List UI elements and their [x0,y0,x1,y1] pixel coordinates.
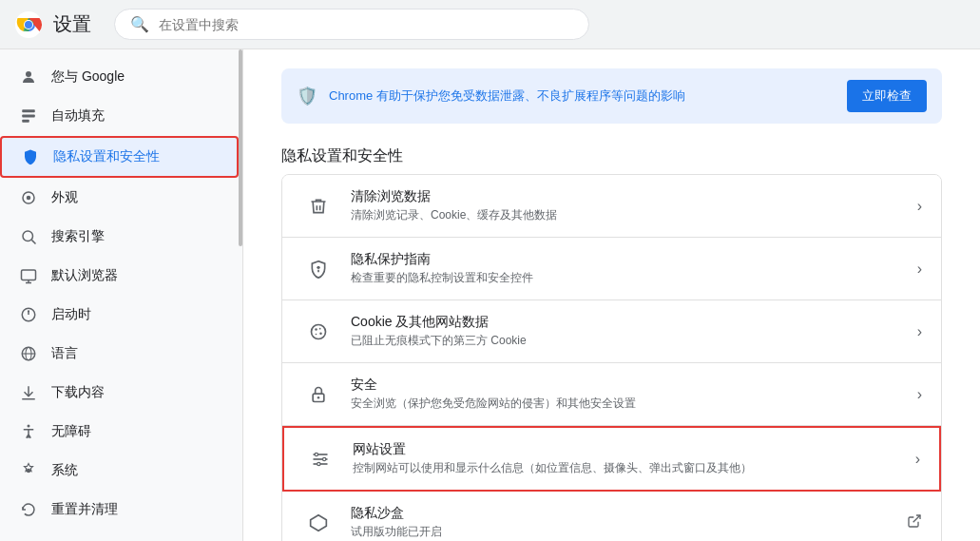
search-icon [19,227,38,246]
settings-item-security[interactable]: 安全 安全浏览（保护您免受危险网站的侵害）和其他安全设置 › [282,363,941,426]
startup-icon [19,305,38,324]
svg-point-28 [319,332,322,335]
site-settings-title: 网站设置 [353,441,915,458]
svg-point-29 [316,333,317,335]
svg-point-3 [25,21,32,29]
cookies-icon [301,315,336,349]
settings-list: 清除浏览数据 清除浏览记录、Cookie、缓存及其他数据 › 隐私保护指南 检查… [281,174,942,541]
sidebar-item-label: 系统 [51,462,78,479]
accessibility-icon [19,422,38,441]
sidebar-item-browser[interactable]: 默认浏览器 [0,257,235,295]
page-title: 设置 [53,11,91,37]
search-bar[interactable]: 🔍 [114,9,589,40]
svg-point-9 [27,196,31,201]
sidebar-item-accessibility[interactable]: 无障碍 [0,413,235,451]
svg-point-35 [315,453,317,455]
svg-line-11 [31,240,35,243]
sidebar-item-google[interactable]: 您与 Google [0,58,235,96]
reset-icon [19,500,38,519]
sidebar-item-label: 无障碍 [51,423,91,440]
clear-browsing-desc: 清除浏览记录、Cookie、缓存及其他数据 [351,207,917,223]
search-input[interactable] [159,17,573,32]
google-icon [19,68,38,87]
sidebar-item-label: 默认浏览器 [51,267,118,284]
svg-point-26 [315,328,317,331]
svg-point-25 [312,324,326,338]
svg-rect-5 [22,109,35,112]
svg-point-24 [317,265,319,268]
topbar: 设置 🔍 [0,0,980,49]
sidebar: 您与 Google 自动填充 隐私设置和安全性 外观 搜索引擎 默认浏览器 启动… [0,49,243,541]
settings-item-cookies[interactable]: Cookie 及其他网站数据 已阻止无痕模式下的第三方 Cookie › [282,300,941,363]
chevron-right-icon: › [915,451,920,468]
privacy-sandbox-icon [301,506,336,540]
security-text: 安全 安全浏览（保护您免受危险网站的侵害）和其他安全设置 [351,377,917,412]
cookies-desc: 已阻止无痕模式下的第三方 Cookie [351,333,917,349]
chevron-right-icon: › [917,386,922,403]
search-icon: 🔍 [130,15,149,33]
settings-item-privacy-sandbox[interactable]: 隐私沙盒 试用版功能已开启 [282,492,941,541]
svg-point-4 [26,71,31,77]
settings-item-clear-browsing[interactable]: 清除浏览数据 清除浏览记录、Cookie、缓存及其他数据 › [282,175,941,238]
external-link-icon [907,513,922,532]
site-settings-desc: 控制网站可以使用和显示什么信息（如位置信息、摄像头、弹出式窗口及其他） [353,460,915,476]
chevron-right-icon: › [917,323,922,340]
sidebar-item-label: 外观 [51,189,78,206]
sidebar-item-system[interactable]: 系统 [0,452,235,490]
privacy-guide-text: 隐私保护指南 检查重要的隐私控制设置和安全控件 [351,251,917,286]
chevron-right-icon: › [917,261,922,278]
svg-marker-38 [311,514,327,531]
privacy-guide-desc: 检查重要的隐私控制设置和安全控件 [351,270,917,286]
check-now-button[interactable]: 立即检查 [847,80,927,112]
privacy-guide-title: 隐私保护指南 [351,251,917,268]
clear-browsing-text: 清除浏览数据 清除浏览记录、Cookie、缓存及其他数据 [351,188,917,223]
clear-browsing-icon [301,189,336,223]
privacy-sandbox-title: 隐私沙盒 [351,505,907,522]
notice-text: Chrome 有助于保护您免受数据泄露、不良扩展程序等问题的影响 [329,87,847,105]
chrome-logo-icon [15,11,42,38]
svg-point-22 [28,425,30,428]
cookies-text: Cookie 及其他网站数据 已阻止无痕模式下的第三方 Cookie [351,314,917,349]
sidebar-item-download[interactable]: 下载内容 [0,374,235,412]
sidebar-item-label: 下载内容 [51,384,105,401]
svg-rect-12 [22,270,36,280]
svg-point-10 [23,231,33,242]
cookies-title: Cookie 及其他网站数据 [351,314,917,331]
settings-item-site-settings[interactable]: 网站设置 控制网站可以使用和显示什么信息（如位置信息、摄像头、弹出式窗口及其他）… [282,426,941,492]
sidebar-item-reset[interactable]: 重置并清理 [0,491,235,529]
appearance-icon [19,188,38,207]
privacy-sandbox-text: 隐私沙盒 试用版功能已开启 [351,505,907,540]
chevron-right-icon: › [917,198,922,215]
sidebar-item-autofill[interactable]: 自动填充 [0,97,235,135]
security-icon [301,377,336,412]
download-icon [19,383,38,402]
security-title: 安全 [351,377,917,394]
sidebar-item-language[interactable]: 语言 [0,335,235,373]
site-settings-icon [303,442,337,476]
sidebar-item-startup[interactable]: 启动时 [0,296,235,334]
svg-line-39 [913,515,920,522]
sidebar-item-label: 重置并清理 [51,501,118,518]
sidebar-item-label: 隐私设置和安全性 [53,148,160,165]
main-layout: 您与 Google 自动填充 隐私设置和安全性 外观 搜索引擎 默认浏览器 启动… [0,49,980,541]
sidebar-item-search[interactable]: 搜索引擎 [0,218,235,256]
browser-icon [19,266,38,285]
svg-point-23 [27,469,31,473]
sidebar-item-label: 搜索引擎 [51,228,105,245]
svg-point-36 [323,457,326,460]
sidebar-item-privacy[interactable]: 隐私设置和安全性 [0,136,239,178]
svg-rect-7 [22,120,29,123]
settings-item-privacy-guide[interactable]: 隐私保护指南 检查重要的隐私控制设置和安全控件 › [282,238,941,300]
autofill-icon [19,106,38,126]
section-title: 隐私设置和安全性 [281,146,942,166]
privacy-icon [21,147,40,166]
svg-rect-6 [22,115,35,118]
sidebar-item-label: 启动时 [51,306,91,323]
svg-point-17 [28,310,29,312]
privacy-sandbox-desc: 试用版功能已开启 [351,524,907,540]
sidebar-item-appearance[interactable]: 外观 [0,179,235,217]
system-icon [19,461,38,480]
language-icon [19,344,38,363]
sidebar-item-label: 您与 Google [51,68,125,86]
svg-point-27 [319,327,321,329]
